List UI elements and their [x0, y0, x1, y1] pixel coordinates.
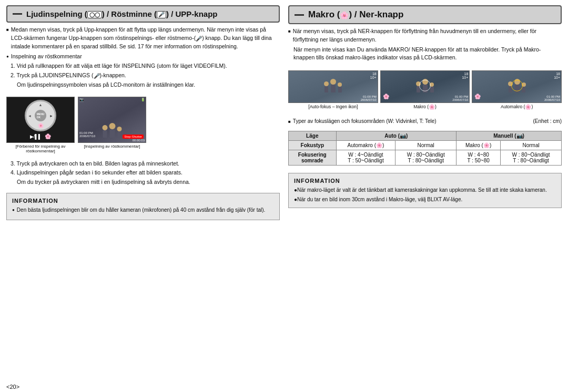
right-img1-wrap: 1810+	[288, 70, 378, 110]
body2	[110, 129, 115, 138]
menu-label: MENUOK	[37, 112, 45, 119]
page-footer: <20>	[0, 383, 568, 392]
left-arrow-icon: ◄	[28, 114, 32, 118]
cam3-timestamp: 01:00 PM2006/07/10	[544, 95, 560, 101]
automakro-icon: 🌸	[376, 142, 382, 148]
right-arrow-icon: ►	[49, 114, 53, 118]
table-header-row: Typer av fokuslägen och fokusområden (W:…	[288, 118, 562, 126]
left-step4-text: 4. Ljudinspelningen pågår sedan i tio se…	[11, 169, 182, 177]
table-col-auto: Auto (📷)	[336, 131, 457, 141]
rec-screen: 📷 🔋	[78, 97, 146, 143]
bottom-icons: ▶/▌▌ 🌸	[30, 133, 51, 139]
cam1-head3	[338, 82, 342, 87]
left-step4: 4. Ljudinspelningen pågår sedan i tio se…	[6, 169, 280, 177]
left-step2b-text: Om ljudinspelningssymbolen visas på LCD-…	[11, 81, 195, 89]
right-img3-wrap: 1810+	[472, 70, 562, 110]
right-info-content: ●När makro-läget är valt är det tänkbart…	[294, 186, 556, 203]
right-img2-label: Makro (🌸)	[413, 104, 437, 110]
right-para1: När menyn visas, tryck på NER-knappen fö…	[288, 27, 562, 44]
cam3-focus-ring	[511, 80, 523, 91]
table-row-fokustyp: Fokustyp Automakro (🌸) Normal Makro (🌸) …	[289, 141, 562, 150]
right-info-line1: ●När makro-läget är valt är det tänkbart…	[294, 186, 556, 194]
cam3-macro-indicator: 🌸	[474, 94, 481, 99]
cell-automakro: Automakro (🌸)	[336, 141, 395, 150]
left-header-title: Ljudinspelning (◯◯) / Röstminne (🎤) / UP…	[26, 9, 218, 18]
right-info-box: INFORMATION ●När makro-läget är valt är …	[288, 173, 562, 208]
left-info-content: Den bästa ljudinspelningen blir om du hå…	[12, 206, 274, 214]
macro-header-icon: 🌸	[340, 11, 349, 19]
cam1-body3	[338, 87, 342, 92]
cam2-timestamp: 01:00 PM2006/07/10	[452, 95, 468, 101]
menu-dial-container: ▲ ◄ ► 🌸 MENUOK ▶/▌▌ 🌸	[25, 100, 56, 139]
cam1-head1	[324, 81, 329, 86]
person2	[109, 123, 116, 138]
makro-icon: 🌸	[483, 142, 490, 148]
left-bullet1-text: Inspelning av röstkommentar	[11, 53, 82, 61]
right-header-dash	[295, 14, 304, 16]
cam3-top-icons: 1810+	[554, 72, 560, 79]
cell-fokustyp-label: Fokustyp	[289, 141, 337, 150]
right-img3-label: Automakro (🌸)	[501, 104, 533, 110]
right-unit: (Enhet : cm)	[533, 118, 562, 126]
cam-mode-icon: 📷	[79, 98, 84, 102]
cell-manuell-wt1: W : 4~80T : 50~80	[457, 150, 501, 166]
left-step2b: Om ljudinspelningssymbolen visas på LCD-…	[6, 81, 280, 89]
left-images-row: ▲ ◄ ► 🌸 MENUOK ▶/▌▌ 🌸	[6, 97, 280, 153]
cam1-person2	[330, 79, 336, 92]
cell-auto-wt1: W : 4~OändligtT : 50~Oändligt	[336, 150, 395, 166]
left-main-text: Medan menyn visas, tryck på Upp-knappen …	[6, 26, 280, 90]
cam2-focus-ring	[419, 80, 431, 91]
page-number: <20>	[6, 384, 19, 390]
left-img1-label: [Förbered för inspelning av röstkommenta…	[9, 144, 72, 153]
cam2-body3	[430, 87, 434, 92]
left-section: Ljudinspelning (◯◯) / Röstminne (🎤) / UP…	[6, 5, 280, 377]
right-info-line2: ●När du tar en bild inom 30cm avstånd i …	[294, 195, 556, 203]
rec-people	[103, 123, 122, 138]
rec-status-bar: 📷 🔋	[79, 98, 145, 102]
mic-inline-icon: 🎤	[196, 35, 202, 43]
manuell-icon: 📷	[516, 133, 523, 139]
cam2-top-icons: 1810+	[462, 72, 468, 79]
cam3-label-icon: 🌸	[525, 104, 531, 110]
right-header-title: Makro (🌸) / Ner-knapp	[308, 9, 403, 20]
left-step1: 1. Vrid på rullknappen för att välja ett…	[6, 62, 280, 70]
left-img1-wrap: ▲ ◄ ► 🌸 MENUOK ▶/▌▌ 🌸	[6, 97, 75, 153]
timestamp-left: 01:00 PM2006/07/10	[79, 131, 95, 138]
cell-normal2: Normal	[501, 141, 562, 150]
left-img2-label: [Inspelning av röstkommentar]	[84, 144, 140, 149]
auto-icon: 📷	[400, 133, 406, 139]
right-images-row: 1810+	[288, 70, 562, 110]
cam1-person3	[338, 82, 342, 92]
left-step1-text: 1. Vrid på rullknappen för att välja ett…	[11, 62, 227, 70]
macro-flower-icon: 🌸	[45, 133, 51, 139]
table-row-fokusering: Fokuseringsomrade W : 4~OändligtT : 50~O…	[289, 150, 562, 166]
left-step4b: Om du trycker på avtryckaren mitt i en l…	[6, 178, 280, 187]
left-step3-text: 3. Tryck på avtryckaren och ta en bild. …	[11, 160, 179, 168]
left-img2: 📷 🔋	[78, 97, 146, 143]
right-para2: När menyn inte visas kan Du använda MAKR…	[288, 46, 562, 63]
head2	[109, 123, 116, 129]
left-img2-wrap: 📷 🔋	[78, 97, 146, 153]
cam1-person1	[324, 81, 329, 92]
body3	[118, 131, 121, 138]
focus-table: Läge Auto (📷) Manuell (📷) Fokustyp Autom…	[288, 131, 562, 166]
right-section-header: Makro (🌸) / Ner-knapp	[288, 5, 562, 24]
header-dash	[13, 13, 22, 15]
head3	[117, 127, 122, 131]
cell-manuell-wt2: W : 80~OändligtT : 80~Oändligt	[501, 150, 562, 166]
left-info-text: Den bästa ljudinspelningen blir om du hå…	[12, 206, 274, 214]
cell-makro: Makro (🌸)	[457, 141, 501, 150]
play-icon: ▶/▌▌	[30, 134, 42, 139]
left-step4b-text: Om du trycker på avtryckaren mitt i en l…	[11, 178, 190, 187]
left-info-box: INFORMATION Den bästa ljudinspelningen b…	[6, 193, 280, 220]
person3	[117, 127, 122, 138]
left-info-header: INFORMATION	[12, 198, 274, 204]
right-table-note-text: Typer av fokuslägen och fokusområden (W:…	[293, 118, 437, 124]
right-para1-text: När menyn visas, tryck på NER-knappen fö…	[293, 27, 562, 44]
right-para2-text: När menyn inte visas kan Du använda MAKR…	[293, 46, 541, 61]
right-img2-screen: 1810+	[380, 70, 470, 103]
right-section: Makro (🌸) / Ner-knapp När menyn visas, t…	[288, 5, 562, 377]
cam1-head2	[330, 79, 336, 85]
right-main-text: När menyn visas, tryck på NER-knappen fö…	[288, 27, 562, 64]
left-para1: Medan menyn visas, tryck på Upp-knappen …	[6, 26, 280, 50]
